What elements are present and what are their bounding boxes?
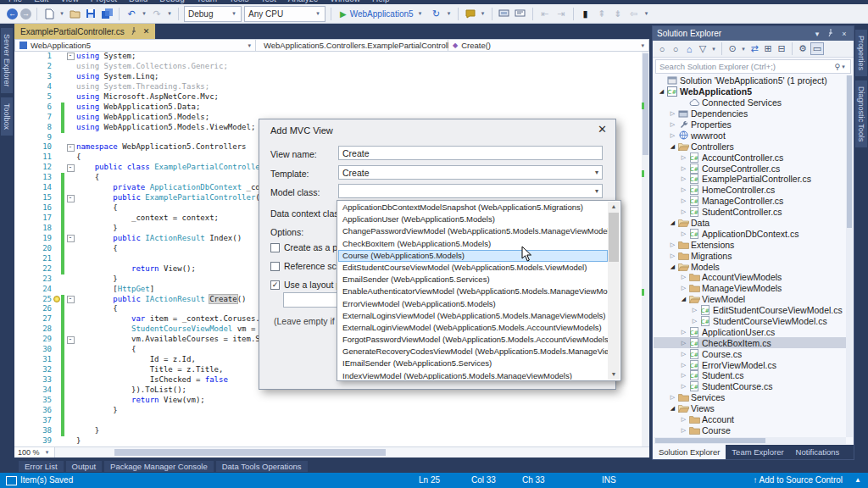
previous-bookmark-icon[interactable]: ⇞ xyxy=(595,7,609,20)
model-class-option[interactable]: ExternalLoginsViewModel (WebApplication5… xyxy=(338,310,608,322)
filter-dropdown-icon[interactable]: ▾ xyxy=(710,46,717,53)
pending-changes-filter-icon[interactable]: ⊙ xyxy=(726,43,738,54)
solution-platform-select[interactable]: Any CPU▾ xyxy=(244,6,326,22)
filter-icon[interactable]: ▽ xyxy=(697,43,709,54)
model-class-option[interactable]: ExternalLoginViewModel (WebApplication5.… xyxy=(338,322,608,334)
expand-icon[interactable]: ▷ xyxy=(679,165,688,172)
expand-icon[interactable]: ▷ xyxy=(679,383,688,390)
checkbox-unchecked-icon[interactable] xyxy=(270,262,280,271)
expand-icon[interactable]: ▷ xyxy=(668,132,677,139)
expand-icon[interactable]: ▷ xyxy=(668,241,677,248)
side-tab-toolbox[interactable]: Toolbox xyxy=(1,97,13,136)
model-class-option[interactable]: EmailSender (WebApplication5.Services) xyxy=(338,274,608,286)
expand-icon[interactable]: ▷ xyxy=(679,362,688,369)
tree-item-coursecontroller-cs[interactable]: ▷C#CourseController.cs xyxy=(654,163,846,174)
scrollbar-thumb[interactable] xyxy=(609,213,619,262)
model-class-option[interactable]: CheckBoxItem (WebApplication5.Models) xyxy=(338,238,608,250)
tree-item-studentcourseviewmodel-cs[interactable]: ▷C#StudentCourseViewModel.cs xyxy=(654,316,846,327)
tree-item-controllers[interactable]: ◢Controllers xyxy=(654,141,846,152)
save-all-icon[interactable] xyxy=(100,7,114,20)
breadcrumb-member[interactable]: ◆ Create() ▾ xyxy=(448,39,649,52)
home-icon[interactable]: ⌂ xyxy=(683,44,695,54)
tree-item-course-cs[interactable]: ▷C#Course.cs xyxy=(654,348,846,359)
template-select[interactable]: Create▾ xyxy=(338,165,603,180)
expand-icon[interactable]: ▷ xyxy=(668,121,677,128)
tree-item-services[interactable]: ▷Services xyxy=(654,392,846,403)
toolbar-overflow-icon[interactable]: ▾ xyxy=(643,10,650,17)
pin-icon[interactable] xyxy=(131,27,137,36)
search-options-icon[interactable]: ▾ xyxy=(840,64,847,70)
tree-item-properties[interactable]: ▷Properties xyxy=(654,119,846,130)
feedback-icon[interactable] xyxy=(464,7,477,20)
code-line[interactable]: 5using Microsoft.AspNetCore.Mvc; xyxy=(14,92,642,103)
collapse-icon[interactable]: ◢ xyxy=(668,143,677,150)
code-line[interactable]: 4using System.Threading.Tasks; xyxy=(14,82,642,92)
expand-icon[interactable]: ▷ xyxy=(690,318,699,324)
code-line[interactable]: 1-using System; xyxy=(14,52,642,62)
expand-icon[interactable]: ▷ xyxy=(679,416,688,423)
code-line[interactable]: 37 xyxy=(14,416,642,426)
preview-changes-icon[interactable] xyxy=(514,7,527,20)
scrollbar-thumb[interactable] xyxy=(655,438,765,443)
menu-item[interactable]: Edit xyxy=(34,0,48,3)
tree-item-examplepartialcontroller-cs[interactable]: ▷C#ExamplePartialController.cs xyxy=(654,174,846,185)
model-class-option[interactable]: ApplicationUser (WebApplication5.Models) xyxy=(338,214,608,225)
model-class-option[interactable]: ErrorViewModel (WebApplication5.Models) xyxy=(338,298,608,310)
expand-icon[interactable]: ▷ xyxy=(679,186,688,193)
model-class-option[interactable]: EnableAuthenticatorViewModel (WebApplica… xyxy=(338,286,608,297)
scrollbar-thumb[interactable] xyxy=(847,75,852,228)
collapse-icon[interactable]: ◢ xyxy=(668,263,677,270)
model-class-option[interactable]: IndexViewModel (WebApplication5.Models.M… xyxy=(338,370,608,380)
checkbox-unchecked-icon[interactable] xyxy=(270,243,280,252)
expand-icon[interactable]: ▷ xyxy=(679,329,688,336)
expand-icon[interactable]: ▷ xyxy=(679,285,688,291)
redo-dropdown-icon[interactable]: ▾ xyxy=(166,10,173,17)
tree-item-accountviewmodels[interactable]: ▷AccountViewModels xyxy=(654,272,846,283)
close-icon[interactable]: ✕ xyxy=(598,123,607,136)
menu-item[interactable]: View xyxy=(60,0,79,3)
tree-item-applicationuser-cs[interactable]: ▷C#ApplicationUser.cs xyxy=(654,326,846,337)
editor-vertical-scrollbar[interactable] xyxy=(642,52,649,446)
pin-icon[interactable] xyxy=(826,29,836,38)
model-class-option[interactable]: GenerateRecoveryCodesViewModel (WebAppli… xyxy=(338,346,608,358)
solution-configuration-select[interactable]: Debug▾ xyxy=(184,6,242,22)
save-icon[interactable] xyxy=(84,7,97,20)
back-icon[interactable]: ○ xyxy=(656,44,668,54)
expand-icon[interactable]: ▷ xyxy=(668,110,677,117)
fold-toggle-icon[interactable]: - xyxy=(67,235,75,242)
model-class-option[interactable]: IEmailSender (WebApplication5.Services) xyxy=(338,358,608,369)
properties-icon[interactable]: ⚙ xyxy=(797,43,809,54)
tree-item-checkboxitem-cs[interactable]: ▷C#CheckBoxItem.cs xyxy=(654,337,846,348)
tree-item-dependencies[interactable]: ▷Dependencies xyxy=(654,108,846,119)
bottom-tab-error-list[interactable]: Error List xyxy=(19,461,64,472)
collapse-icon[interactable]: ◢ xyxy=(657,88,666,95)
tree-item-solution-webapplication5-1-project[interactable]: Solution 'WebApplication5' (1 project) xyxy=(654,75,846,86)
fold-toggle-icon[interactable]: - xyxy=(67,53,75,60)
new-file-icon[interactable] xyxy=(42,7,56,20)
expand-icon[interactable]: ▷ xyxy=(668,394,677,401)
tree-item-managecontroller-cs[interactable]: ▷C#ManageController.cs xyxy=(654,196,846,207)
code-line[interactable]: 39} xyxy=(14,436,642,446)
view-name-value[interactable] xyxy=(342,148,598,158)
menu-item[interactable]: Tools xyxy=(229,0,248,3)
expand-icon[interactable]: ▷ xyxy=(679,274,688,280)
tree-item-studentcourse-cs[interactable]: ▷C#StudentCourse.cs xyxy=(654,381,846,392)
bottom-tab-package-manager-console[interactable]: Package Manager Console xyxy=(104,461,214,472)
tree-item-accountcontroller-cs[interactable]: ▷C#AccountController.cs xyxy=(654,152,846,163)
menu-item[interactable]: Project xyxy=(91,0,117,3)
collapse-icon[interactable]: ◢ xyxy=(668,405,677,412)
forward-icon[interactable]: ○ xyxy=(670,44,682,54)
sync-with-active-document-icon[interactable]: ⇄ xyxy=(748,43,760,54)
open-file-icon[interactable] xyxy=(68,7,81,20)
scrollbar-thumb[interactable] xyxy=(114,449,386,456)
toolbar-overflow-icon[interactable]: ▾ xyxy=(480,10,487,17)
collapse-all-icon[interactable]: ⊟ xyxy=(776,43,787,54)
menu-item[interactable]: Test xyxy=(261,0,276,3)
source-control-expand-icon[interactable]: ▲ xyxy=(854,473,861,488)
bottom-tab-output[interactable]: Output xyxy=(66,461,103,472)
close-icon[interactable]: × xyxy=(839,30,849,38)
expand-icon[interactable]: ▷ xyxy=(679,154,688,161)
tree-item-connected-services[interactable]: Connected Services xyxy=(654,97,846,108)
add-to-source-control-button[interactable]: ↑ Add to Source Control xyxy=(753,473,843,488)
expand-icon[interactable]: ▷ xyxy=(679,340,688,347)
